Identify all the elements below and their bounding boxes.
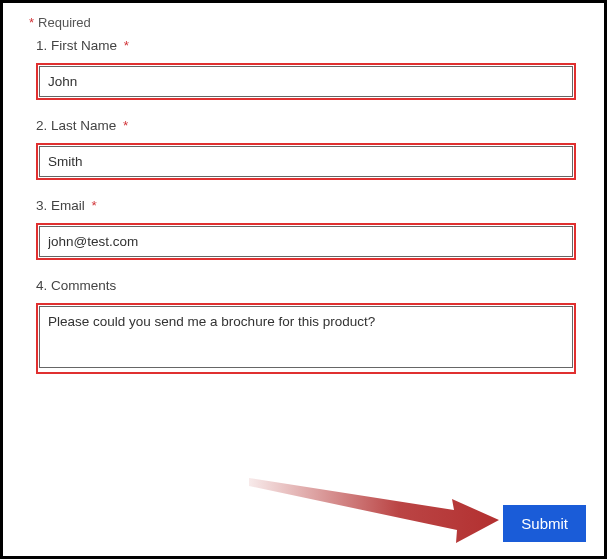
svg-marker-0 <box>249 478 499 543</box>
required-star-icon: * <box>124 38 129 53</box>
required-star-icon: * <box>92 198 97 213</box>
last-name-input[interactable] <box>39 146 573 177</box>
annotation-arrow-icon <box>244 458 504 548</box>
form-frame: *Required 1. First Name * 2. Last Name *… <box>0 0 607 559</box>
comments-number: 4. <box>36 278 47 293</box>
field-comments: 4. Comments <box>36 278 586 374</box>
last-name-highlight <box>36 143 576 180</box>
email-input[interactable] <box>39 226 573 257</box>
email-label-text: Email <box>51 198 85 213</box>
comments-highlight <box>36 303 576 374</box>
submit-button[interactable]: Submit <box>503 505 586 542</box>
comments-textarea[interactable] <box>39 306 573 368</box>
required-star-icon: * <box>123 118 128 133</box>
email-label: 3. Email * <box>36 198 586 213</box>
required-label: Required <box>38 15 91 30</box>
last-name-label-text: Last Name <box>51 118 116 133</box>
required-note: *Required <box>29 15 586 30</box>
field-first-name: 1. First Name * <box>36 38 586 100</box>
field-email: 3. Email * <box>36 198 586 260</box>
comments-label-text: Comments <box>51 278 116 293</box>
required-star: * <box>29 15 34 30</box>
first-name-highlight <box>36 63 576 100</box>
comments-label: 4. Comments <box>36 278 586 293</box>
first-name-number: 1. <box>36 38 47 53</box>
last-name-label: 2. Last Name * <box>36 118 586 133</box>
email-number: 3. <box>36 198 47 213</box>
field-last-name: 2. Last Name * <box>36 118 586 180</box>
email-highlight <box>36 223 576 260</box>
first-name-input[interactable] <box>39 66 573 97</box>
first-name-label-text: First Name <box>51 38 117 53</box>
first-name-label: 1. First Name * <box>36 38 586 53</box>
last-name-number: 2. <box>36 118 47 133</box>
submit-row: Submit <box>503 505 586 542</box>
